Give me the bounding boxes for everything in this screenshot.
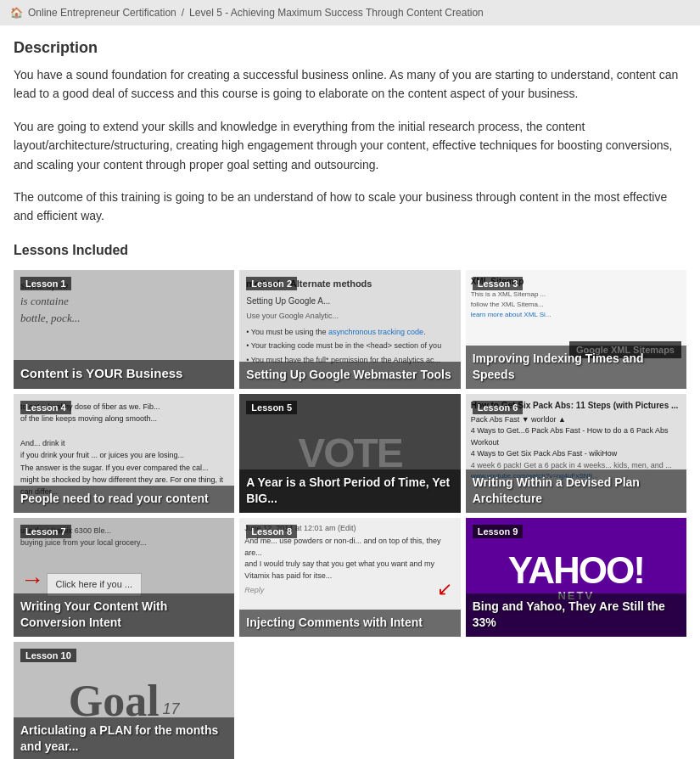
- lesson-10-title: Articulating a PLAN for the months and y…: [20, 722, 227, 753]
- lesson-7-overlay: Writing Your Content With Conversion Int…: [14, 593, 234, 636]
- lesson-5-title: A Year is a Short Period of Time, Yet BI…: [246, 475, 453, 505]
- yahoo-text: YAHOO!: [508, 552, 644, 589]
- lesson-4-overlay: People need to read your content: [14, 486, 234, 513]
- lesson-10-overlay: Articulating a PLAN for the months and y…: [14, 717, 234, 759]
- lesson-5-badge: Lesson 5: [246, 401, 297, 414]
- lesson-2-overlay: Setting Up Google Webmaster Tools: [239, 362, 460, 389]
- lesson-7-badge: Lesson 7: [20, 525, 71, 538]
- lesson-2-badge: Lesson 2: [246, 277, 297, 290]
- lesson-card-4[interactable]: to get a healthy dose of fiber as we. Fi…: [14, 394, 234, 513]
- lesson-card-9[interactable]: YAHOO! NETV Lesson 9 Bing and Yahoo, The…: [466, 518, 686, 637]
- breadcrumb-separator: /: [182, 7, 184, 19]
- lesson-3-badge: Lesson 3: [473, 277, 524, 290]
- lesson-card-10[interactable]: Goal 17 Lesson 10 Articulating a PLAN fo…: [14, 642, 234, 759]
- lesson-9-overlay: Bing and Yahoo, They Are Still the 33%: [466, 593, 686, 636]
- breadcrumb-current: Level 5 - Achieving Maximum Success Thro…: [189, 7, 484, 19]
- lesson-card-7[interactable]: use the Vitamix 6300 Ble... buying juice…: [14, 518, 234, 637]
- main-content: Description You have a sound foundation …: [0, 25, 700, 759]
- lesson-1-title: Content is YOUR Business: [20, 365, 227, 382]
- lesson-10-badge: Lesson 10: [20, 649, 76, 662]
- lesson-card-6[interactable]: How to Get Six Pack Abs: 11 Steps (with …: [466, 394, 686, 513]
- lesson-4-title: People need to read your content: [20, 491, 227, 506]
- lesson-2-title: Setting Up Google Webmaster Tools: [246, 367, 453, 382]
- lesson-3-overlay: Improving Indexing Times and Speeds: [466, 346, 686, 388]
- lesson-card-5[interactable]: VOTE Lesson 5 A Year is a Short Period o…: [239, 394, 460, 513]
- lesson-7-title: Writing Your Content With Conversion Int…: [20, 599, 227, 629]
- lesson-6-overlay: Writing Within a Devised Plan Architectu…: [466, 469, 686, 512]
- lesson-card-8[interactable]: June 12, 2014 at 12:01 am (Edit) And me.…: [239, 518, 460, 637]
- lessons-heading: Lessons Included: [14, 243, 686, 258]
- description-paragraph-1: You have a sound foundation for creating…: [14, 65, 686, 104]
- lessons-grid: smile of co is containe bottle, pock... …: [14, 270, 686, 759]
- description-paragraph-2: You are going to extend your skills and …: [14, 117, 686, 174]
- lesson-card-1[interactable]: smile of co is containe bottle, pock... …: [14, 270, 234, 389]
- lesson-card-2[interactable]: method Alternate methods Setting Up Goog…: [239, 270, 460, 389]
- breadcrumb-icon: 🏠: [10, 7, 23, 19]
- lesson-9-title: Bing and Yahoo, They Are Still the 33%: [473, 599, 680, 629]
- description-heading: Description: [14, 39, 686, 57]
- lesson-1-overlay: Content is YOUR Business: [14, 360, 234, 389]
- lesson-8-title: Injecting Comments with Intent: [246, 615, 453, 630]
- lesson-1-badge: Lesson 1: [20, 277, 71, 290]
- breadcrumb: 🏠 Online Entrepreneur Certification / Le…: [0, 0, 700, 25]
- lesson-4-badge: Lesson 4: [20, 401, 71, 414]
- lesson-8-overlay: Injecting Comments with Intent: [239, 610, 460, 637]
- lesson-5-overlay: A Year is a Short Period of Time, Yet BI…: [239, 469, 460, 512]
- breadcrumb-parent[interactable]: Online Entrepreneur Certification: [28, 7, 176, 19]
- lesson-6-title: Writing Within a Devised Plan Architectu…: [473, 475, 680, 505]
- lesson-card-3[interactable]: XML Sitemap This is a XML Sitemap ... fo…: [466, 270, 686, 389]
- lesson-3-title: Improving Indexing Times and Speeds: [473, 351, 680, 381]
- lesson-9-badge: Lesson 9: [473, 525, 524, 538]
- lesson-8-badge: Lesson 8: [246, 525, 297, 538]
- lesson-6-badge: Lesson 6: [473, 401, 524, 414]
- description-paragraph-3: The outcome of this training is going to…: [14, 188, 686, 226]
